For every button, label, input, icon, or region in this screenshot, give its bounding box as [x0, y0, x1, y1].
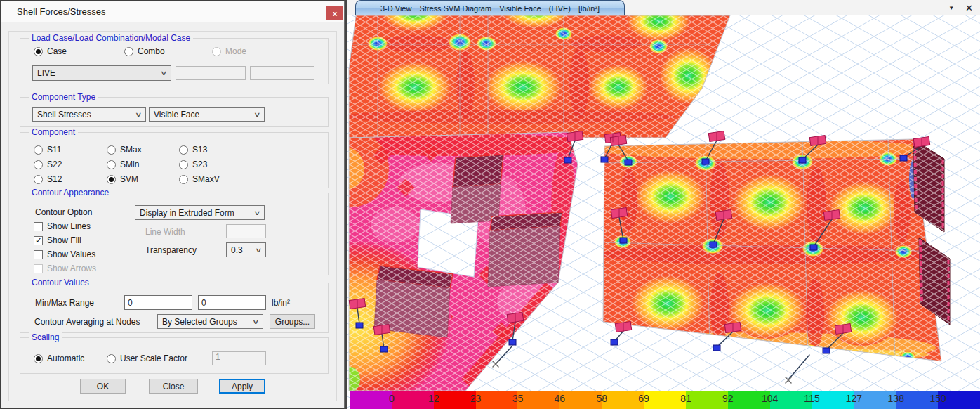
groups-button[interactable]: Groups... — [270, 314, 315, 329]
legend-value-label: 58 — [596, 393, 607, 404]
stress-color-legend: 01223354658698192104115127138150 — [350, 391, 980, 409]
load-case-value: LIVE — [37, 68, 55, 78]
radio-s22[interactable]: S22 — [34, 160, 62, 169]
radio-s11[interactable]: S11 — [34, 145, 61, 155]
radio-circle[interactable] — [179, 175, 188, 184]
component-group: Component — [20, 132, 329, 188]
dialog-close-button[interactable]: x — [326, 6, 343, 20]
load-case-caption: Load Case/Load Combination/Modal Case — [29, 33, 193, 43]
chevron-down-icon: ∨ — [135, 111, 143, 118]
transparency-select[interactable]: 0.3 ∨ — [226, 242, 266, 257]
minmax-range-label: Min/Max Range — [35, 298, 94, 308]
radio-s22-label: S22 — [47, 160, 62, 169]
radio-automatic[interactable]: Automatic — [34, 353, 84, 363]
face-select[interactable]: Visible Face ∨ — [149, 107, 265, 122]
legend-value-label: 69 — [638, 393, 649, 404]
show-lines-label: Show Lines — [47, 221, 91, 231]
radio-circle[interactable] — [34, 175, 43, 184]
legend-value-label: 138 — [888, 393, 904, 404]
radio-smin-label: SMin — [120, 160, 139, 169]
legend-value-label: 0 — [389, 393, 395, 404]
model-viewport[interactable]: 3-D View Stress SVM Diagram Visible Face… — [345, 0, 980, 409]
checkbox-show-values[interactable]: Show Values — [34, 249, 95, 259]
radio-circle[interactable] — [34, 160, 43, 169]
checkbox[interactable] — [34, 222, 43, 231]
close-button[interactable]: Close — [149, 379, 198, 394]
radio-circle[interactable] — [34, 145, 43, 155]
averaging-select[interactable]: By Selected Groups ∨ — [157, 314, 263, 329]
min-range-input[interactable] — [124, 295, 192, 310]
app-window: Shell Forces/Stresses x Load Case/Load C… — [0, 0, 980, 409]
checkbox[interactable] — [34, 236, 43, 245]
contour-values-caption: Contour Values — [29, 278, 92, 287]
radio-circle[interactable] — [107, 145, 116, 155]
radio-combo-circle[interactable] — [124, 47, 133, 56]
mode-end-field — [250, 66, 314, 80]
radio-circle[interactable] — [179, 145, 188, 155]
radio-smin[interactable]: SMin — [107, 160, 139, 169]
radio-circle[interactable] — [179, 160, 188, 169]
ok-button[interactable]: OK — [80, 379, 126, 394]
radio-circle[interactable] — [34, 354, 43, 363]
component-type-value: Shell Stresses — [37, 110, 91, 119]
legend-value-label: 150 — [929, 393, 946, 404]
dialog-titlebar[interactable]: Shell Forces/Stresses x — [1, 1, 344, 22]
top-floor-plate — [347, 0, 735, 142]
close-button-label: Close — [163, 382, 185, 391]
load-case-select[interactable]: LIVE ∨ — [32, 65, 171, 81]
component-type-caption: Component Type — [29, 92, 98, 102]
checkbox-show-arrows: Show Arrows — [34, 264, 96, 273]
radio-s12-label: S12 — [47, 174, 62, 184]
line-width-input — [226, 224, 266, 238]
radio-combo[interactable]: Combo — [124, 46, 165, 56]
legend-value-label: 104 — [762, 393, 778, 404]
legend-value-label: 35 — [512, 393, 524, 404]
tab-face: Visible Face — [499, 4, 541, 13]
radio-s23-label: S23 — [192, 160, 207, 169]
window-close-icon[interactable]: ✕ — [965, 3, 973, 13]
legend-value-label: 46 — [555, 393, 566, 404]
show-values-label: Show Values — [47, 249, 95, 259]
chevron-down-icon: ∨ — [160, 70, 168, 77]
radio-smaxv[interactable]: SMaxV — [179, 174, 220, 184]
transparency-value: 0.3 — [231, 245, 243, 255]
radio-svm[interactable]: SVM — [107, 174, 138, 184]
legend-value-label: 12 — [428, 393, 439, 404]
contour-option-select[interactable]: Display in Extruded Form ∨ — [135, 205, 265, 220]
automatic-label: Automatic — [47, 353, 84, 363]
tab-diagram-type: Stress SVM Diagram — [419, 4, 491, 13]
radio-case[interactable]: Case — [34, 46, 67, 56]
legend-value-label: 23 — [470, 393, 482, 404]
radio-s12[interactable]: S12 — [34, 174, 62, 184]
radio-mode: Mode — [212, 46, 246, 56]
radio-circle[interactable] — [107, 354, 116, 363]
checkbox-show-lines[interactable]: Show Lines — [34, 221, 91, 231]
apply-button[interactable]: Apply — [219, 379, 265, 394]
radio-case-circle[interactable] — [34, 47, 43, 56]
radio-smax[interactable]: SMax — [107, 145, 142, 155]
radio-user-scale[interactable]: User Scale Factor — [107, 353, 187, 363]
radio-circle[interactable] — [107, 175, 116, 184]
face-select-value: Visible Face — [154, 110, 199, 119]
legend-value-label: 127 — [846, 393, 862, 404]
radio-s13-label: S13 — [192, 145, 207, 155]
user-scale-label: User Scale Factor — [120, 353, 187, 363]
max-range-input[interactable] — [198, 295, 266, 310]
chevron-down-icon: ∨ — [253, 209, 261, 216]
mode-start-field — [176, 66, 246, 80]
checkbox[interactable] — [34, 250, 43, 259]
radio-s13[interactable]: S13 — [179, 145, 207, 155]
view-tab[interactable]: 3-D View Stress SVM Diagram Visible Face… — [355, 0, 625, 15]
tab-load-case: (LIVE) — [549, 4, 571, 13]
radio-case-label: Case — [47, 46, 67, 56]
contour-appearance-caption: Contour Appearance — [29, 188, 112, 197]
tab-view-type: 3-D View — [380, 4, 411, 13]
line-width-label: Line Width — [145, 227, 185, 237]
window-menu-icon[interactable]: ▼ — [948, 5, 954, 11]
checkbox-show-fill[interactable]: Show Fill — [34, 235, 81, 245]
component-type-select[interactable]: Shell Stresses ∨ — [32, 107, 146, 122]
groups-button-label: Groups... — [275, 317, 310, 327]
radio-mode-circle — [212, 47, 221, 56]
radio-s23[interactable]: S23 — [179, 160, 207, 169]
radio-circle[interactable] — [107, 160, 116, 169]
